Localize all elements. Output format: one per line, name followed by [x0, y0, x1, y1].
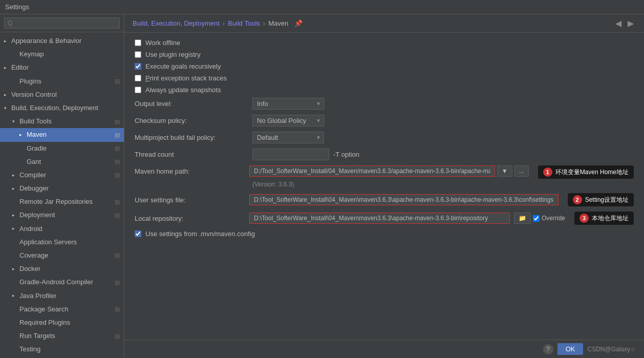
- user-settings-annotation: 2 Setting设置地址: [568, 193, 634, 206]
- breadcrumb-sep1: ›: [223, 19, 225, 27]
- arrow-icon: ▸: [12, 212, 17, 219]
- pin-icon: 📌: [294, 19, 303, 27]
- use-settings-label: Use settings from .mvn/maven.config: [145, 230, 255, 238]
- annotation-3-text: 本地仓库地址: [592, 214, 629, 223]
- sidebar-item-deployment[interactable]: ▸ Deployment ▤: [0, 208, 124, 222]
- annotation-1-text: 环境变量Maven Home地址: [555, 168, 629, 177]
- main-layout: ▸ Appearance & Behavior Keymap ▸ Editor …: [0, 14, 644, 358]
- always-update-checkbox[interactable]: [135, 87, 141, 93]
- sidebar-item-label: Coverage: [19, 251, 48, 260]
- sidebar-item-run-targets[interactable]: Run Targets ▤: [0, 329, 124, 343]
- search-input[interactable]: [4, 17, 120, 29]
- use-plugin-registry-checkbox[interactable]: [135, 51, 141, 58]
- sidebar-item-plugins[interactable]: Plugins ▤: [0, 75, 124, 88]
- sidebar-item-label: Editor: [11, 63, 29, 72]
- output-level-label: Output level:: [135, 100, 247, 108]
- multiproject-policy-select[interactable]: Default At End Never Always: [252, 132, 324, 143]
- sidebar-item-gant[interactable]: Gant ▤: [0, 155, 124, 169]
- nav-arrows: ◀ ▶: [613, 18, 636, 28]
- arrow-icon: ▸: [12, 266, 17, 272]
- sidebar-item-build-tools[interactable]: ▾ Build Tools ▤: [0, 115, 124, 128]
- sidebar-items: ▸ Appearance & Behavior Keymap ▸ Editor …: [0, 32, 124, 358]
- execute-goals-checkbox[interactable]: [135, 63, 141, 70]
- sidebar-item-docker[interactable]: ▸ Docker: [0, 262, 124, 276]
- sidebar-item-gradle[interactable]: Gradle ▤: [0, 142, 124, 155]
- nav-back[interactable]: ◀: [613, 18, 624, 28]
- sidebar-item-label: Package Search: [19, 305, 68, 314]
- sidebar-item-package-search[interactable]: Package Search ▤: [0, 303, 124, 316]
- checksum-policy-row: Checksum policy: No Global Policy Strict…: [135, 115, 634, 127]
- override-label: Override: [542, 215, 565, 222]
- breadcrumb-part1: Build, Execution, Deployment: [133, 19, 220, 27]
- package-search-icon: ▤: [115, 305, 120, 313]
- gradle-android-icon: ▤: [115, 279, 120, 286]
- maven-home-row: Maven home path: ▼ ...: [135, 165, 529, 177]
- sidebar-item-label: Keymap: [19, 50, 44, 59]
- checksum-policy-select[interactable]: No Global Policy Strict Warn: [252, 115, 324, 127]
- override-checkbox[interactable]: [533, 215, 540, 222]
- local-repo-annotation: 3 本地仓库地址: [574, 212, 634, 225]
- sidebar-item-label: Application Servers: [19, 238, 77, 247]
- help-button[interactable]: ?: [543, 344, 553, 354]
- use-settings-row: Use settings from .mvn/maven.config: [135, 230, 634, 238]
- sidebar-item-build-exec[interactable]: ▾ Build, Execution, Deployment: [0, 101, 124, 115]
- sidebar-item-editor[interactable]: ▸ Editor: [0, 61, 124, 74]
- maven-home-dropdown-btn[interactable]: ▼: [497, 165, 512, 177]
- maven-home-input[interactable]: [249, 165, 495, 177]
- ok-button[interactable]: OK: [557, 343, 584, 355]
- annotation-2-text: Setting设置地址: [585, 196, 629, 204]
- nav-forward[interactable]: ▶: [626, 18, 636, 28]
- sidebar-item-version-control[interactable]: ▸ Version Control: [0, 88, 124, 101]
- title-bar: Settings: [0, 0, 644, 14]
- sidebar-item-maven[interactable]: ▸ Maven ▤: [0, 128, 124, 141]
- annotation-3-num: 3: [579, 214, 589, 223]
- run-targets-icon: ▤: [115, 332, 120, 340]
- user-settings-input[interactable]: [249, 194, 559, 205]
- sidebar-item-debugger[interactable]: ▸ Debugger: [0, 182, 124, 195]
- sidebar-item-gradle-android[interactable]: Gradle-Android Compiler ▤: [0, 276, 124, 289]
- footer: ? OK CSDN@Galaxy☆: [124, 340, 644, 358]
- thread-count-row: Thread count -T option: [135, 149, 634, 160]
- multiproject-policy-row: Multiproject build fail policy: Default …: [135, 132, 634, 143]
- maven-home-browse-btn[interactable]: ...: [514, 165, 529, 177]
- sidebar-item-java-profiler[interactable]: ▸ Java Profiler: [0, 289, 124, 303]
- title-bar-text: Settings: [5, 3, 29, 11]
- sidebar-item-required-plugins[interactable]: Required Plugins: [0, 316, 124, 329]
- arrow-icon: ▸: [12, 172, 17, 179]
- footer-brand: CSDN@Galaxy☆: [587, 346, 636, 353]
- maven-home-annotation: 1 环境变量Maven Home地址: [538, 165, 634, 179]
- sidebar-item-label: Gant: [27, 157, 41, 166]
- output-level-select[interactable]: Info Quiet Verbose Debug: [252, 98, 324, 110]
- sidebar-item-android[interactable]: ▸ Android: [0, 222, 124, 236]
- print-exception-checkbox[interactable]: [135, 75, 141, 81]
- maven-home-section: Maven home path: ▼ ... 1 环境变量Maven Home地…: [135, 165, 634, 179]
- work-offline-label: Work offline: [145, 39, 180, 47]
- sidebar-item-remote-jar[interactable]: Remote Jar Repositories ▤: [0, 195, 124, 208]
- sidebar-item-compiler[interactable]: ▸ Compiler ▤: [0, 169, 124, 182]
- sidebar-item-label: Gradle: [27, 144, 47, 153]
- sidebar-item-appearance[interactable]: ▸ Appearance & Behavior: [0, 34, 124, 48]
- thread-count-label: Thread count: [135, 151, 247, 158]
- local-repo-browse-btn[interactable]: 📁: [514, 213, 531, 224]
- thread-count-input[interactable]: [252, 149, 329, 160]
- local-repo-label: Local repository:: [135, 215, 247, 222]
- sidebar-item-testing[interactable]: Testing: [0, 343, 124, 356]
- sidebar-item-keymap[interactable]: Keymap: [0, 48, 124, 61]
- breadcrumb-sep2: ›: [263, 19, 265, 27]
- local-repo-input[interactable]: [249, 213, 510, 224]
- sidebar-item-coverage[interactable]: Coverage ▤: [0, 249, 124, 262]
- checkbox-always-update: Always update snapshots: [135, 86, 634, 94]
- arrow-icon: ▸: [12, 225, 17, 232]
- coverage-icon: ▤: [115, 251, 120, 259]
- sidebar-item-app-servers[interactable]: Application Servers: [0, 236, 124, 249]
- gradle-icon: ▤: [115, 144, 120, 152]
- arrow-icon: ▸: [12, 292, 17, 299]
- annotation-2-num: 2: [573, 195, 582, 204]
- deployment-icon: ▤: [115, 212, 120, 219]
- sidebar-item-label: Testing: [19, 345, 40, 354]
- maven-icon: ▤: [115, 131, 120, 139]
- breadcrumb: Build, Execution, Deployment › Build Too…: [124, 14, 644, 33]
- use-settings-checkbox[interactable]: [135, 230, 141, 237]
- work-offline-checkbox[interactable]: [135, 39, 141, 46]
- user-settings-label: User settings file:: [135, 196, 247, 204]
